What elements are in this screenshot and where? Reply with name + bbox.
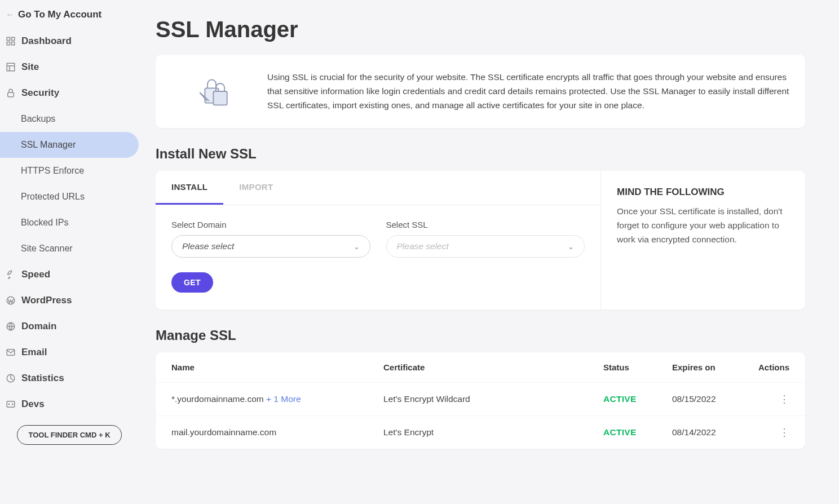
- nav-label: Speed: [21, 269, 50, 280]
- intro-text: Using SSL is crucial for the security of…: [267, 70, 789, 112]
- sidebar-sub-blocked-ips[interactable]: Blocked IPs: [0, 210, 139, 236]
- col-header-expires: Expires on: [672, 362, 751, 372]
- chart-icon: [6, 373, 16, 383]
- padlock-illustration-icon: [171, 74, 262, 108]
- sidebar-sub-ssl-manager[interactable]: SSL Manager: [0, 132, 139, 158]
- cell-expires: 08/14/2022: [672, 427, 751, 437]
- nav-label: Site: [21, 61, 39, 73]
- rocket-icon: [6, 269, 16, 280]
- status-badge: ACTIVE: [603, 427, 637, 437]
- sidebar-item-devs[interactable]: Devs: [0, 391, 139, 417]
- sidebar-item-domain[interactable]: Domain: [0, 313, 139, 339]
- sidebar-sub-protected-urls[interactable]: Protected URLs: [0, 184, 139, 210]
- svg-rect-15: [213, 91, 227, 105]
- nav-label: Email: [21, 347, 47, 358]
- svg-rect-0: [7, 37, 10, 40]
- tab-install[interactable]: INSTALL: [156, 171, 223, 205]
- select-ssl-value: Please select: [397, 241, 449, 251]
- sidebar-sub-site-scanner[interactable]: Site Scanner: [0, 236, 139, 262]
- sidebar-item-security[interactable]: Security: [0, 80, 139, 106]
- mind-text: Once your SSL certificate is installed, …: [617, 205, 789, 246]
- table-row: mail.yourdomainname.com Let's Encrypt AC…: [156, 415, 805, 449]
- chevron-down-icon: ⌄: [568, 242, 574, 251]
- grid-icon: [6, 36, 16, 46]
- manage-ssl-table: Name Certificate Status Expires on Actio…: [156, 352, 805, 449]
- sidebar-item-dashboard[interactable]: Dashboard: [0, 28, 139, 54]
- mail-icon: [6, 347, 16, 357]
- svg-rect-1: [12, 37, 15, 40]
- mind-panel: MIND THE FOLLOWING Once your SSL certifi…: [601, 171, 805, 310]
- svg-rect-3: [12, 42, 15, 45]
- status-badge: ACTIVE: [603, 394, 637, 404]
- sidebar-item-statistics[interactable]: Statistics: [0, 365, 139, 391]
- nav-label: Devs: [21, 399, 45, 410]
- nav-label: WordPress: [21, 295, 72, 306]
- chevron-down-icon: ⌄: [354, 242, 360, 251]
- sidebar: ← Go To My Account Dashboard Site Securi…: [0, 0, 139, 504]
- go-to-account-link[interactable]: ← Go To My Account: [0, 6, 139, 28]
- main-content: SSL Manager Using SSL is crucial for the…: [139, 0, 839, 504]
- col-header-certificate: Certificate: [383, 362, 603, 372]
- sidebar-sub-backups[interactable]: Backups: [0, 106, 139, 132]
- globe-icon: [6, 321, 16, 331]
- sidebar-item-wordpress[interactable]: WordPress: [0, 288, 139, 313]
- svg-rect-4: [7, 63, 15, 71]
- layout-icon: [6, 62, 16, 72]
- cell-certificate: Let's Encrypt Wildcard: [383, 394, 603, 404]
- nav-label: Dashboard: [21, 36, 72, 47]
- select-domain-label: Select Domain: [171, 220, 370, 229]
- select-domain-value: Please select: [182, 241, 234, 251]
- table-header-row: Name Certificate Status Expires on Actio…: [156, 352, 805, 382]
- install-form-panel: INSTALL IMPORT Select Domain Please sele…: [156, 171, 601, 310]
- nav-label: Domain: [21, 321, 56, 332]
- cell-name: *.yourdomainname.com + 1 More: [171, 394, 383, 404]
- sidebar-sub-https-enforce[interactable]: HTTPS Enforce: [0, 158, 139, 184]
- select-ssl-dropdown[interactable]: Please select ⌄: [386, 235, 585, 258]
- nav-label: Statistics: [21, 373, 64, 384]
- col-header-status: Status: [603, 362, 672, 372]
- more-domains-link[interactable]: + 1 More: [264, 394, 301, 404]
- manage-section-title: Manage SSL: [156, 328, 805, 343]
- cell-certificate: Let's Encrypt: [383, 427, 603, 437]
- select-ssl-label: Select SSL: [386, 220, 585, 229]
- col-header-name: Name: [171, 362, 383, 372]
- row-actions-menu-icon[interactable]: ⋮: [779, 394, 789, 405]
- arrow-left-icon: ←: [6, 10, 15, 20]
- row-actions-menu-icon[interactable]: ⋮: [779, 427, 789, 438]
- install-card: INSTALL IMPORT Select Domain Please sele…: [156, 171, 805, 310]
- lock-icon: [6, 88, 16, 98]
- select-domain-dropdown[interactable]: Please select ⌄: [171, 235, 370, 258]
- svg-rect-2: [7, 42, 10, 45]
- cell-name: mail.yourdomainname.com: [171, 427, 383, 437]
- install-section-title: Install New SSL: [156, 146, 805, 162]
- tool-finder-button[interactable]: TOOL FINDER CMD + K: [17, 425, 122, 445]
- page-title: SSL Manager: [156, 17, 805, 42]
- code-icon: [6, 399, 16, 409]
- install-tabs: INSTALL IMPORT: [156, 171, 600, 205]
- sidebar-item-site[interactable]: Site: [0, 54, 139, 80]
- sidebar-item-speed[interactable]: Speed: [0, 262, 139, 288]
- get-button[interactable]: GET: [171, 272, 213, 293]
- tab-import[interactable]: IMPORT: [223, 171, 289, 205]
- col-header-actions: Actions: [751, 362, 789, 372]
- wordpress-icon: [6, 295, 16, 306]
- intro-card: Using SSL is crucial for the security of…: [156, 55, 805, 128]
- nav-label: Security: [21, 87, 59, 99]
- mind-title: MIND THE FOLLOWING: [617, 187, 789, 198]
- table-row: *.yourdomainname.com + 1 More Let's Encr…: [156, 382, 805, 415]
- sidebar-item-email[interactable]: Email: [0, 339, 139, 365]
- cell-expires: 08/15/2022: [672, 394, 751, 404]
- svg-rect-7: [8, 92, 14, 97]
- go-back-label: Go To My Account: [18, 9, 101, 20]
